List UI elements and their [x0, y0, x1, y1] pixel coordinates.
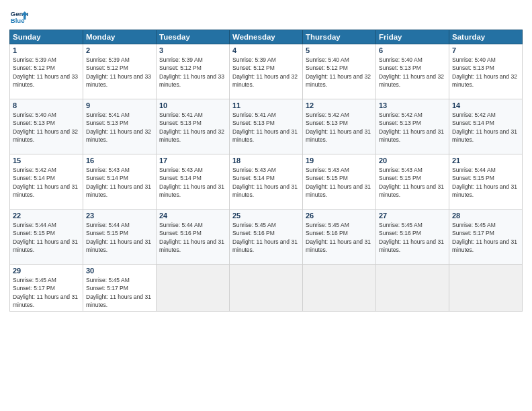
calendar-week-row: 15Sunrise: 5:42 AMSunset: 5:14 PMDayligh…: [10, 154, 523, 210]
calendar-cell: 29Sunrise: 5:45 AMSunset: 5:17 PMDayligh…: [10, 265, 83, 312]
calendar-cell: [157, 265, 230, 312]
calendar-cell: 8Sunrise: 5:40 AMSunset: 5:13 PMDaylight…: [10, 99, 83, 154]
day-number: 29: [13, 267, 80, 275]
day-number: 20: [379, 156, 446, 165]
calendar-week-row: 29Sunrise: 5:45 AMSunset: 5:17 PMDayligh…: [10, 265, 523, 312]
day-info: Sunrise: 5:43 AMSunset: 5:15 PMDaylight:…: [379, 166, 446, 199]
day-number: 21: [452, 156, 519, 165]
calendar-cell: 12Sunrise: 5:42 AMSunset: 5:13 PMDayligh…: [303, 99, 376, 154]
day-info: Sunrise: 5:45 AMSunset: 5:16 PMDaylight:…: [306, 221, 373, 254]
day-number: 23: [86, 212, 153, 220]
day-number: 11: [232, 101, 300, 109]
day-number: 17: [159, 156, 226, 165]
day-number: 6: [379, 46, 446, 54]
day-number: 12: [306, 101, 373, 109]
day-number: 27: [379, 212, 446, 220]
calendar-cell: 7Sunrise: 5:40 AMSunset: 5:13 PMDaylight…: [449, 44, 523, 99]
calendar-cell: [303, 265, 376, 312]
day-number: 26: [306, 212, 373, 220]
calendar-cell: 27Sunrise: 5:45 AMSunset: 5:16 PMDayligh…: [376, 210, 449, 265]
calendar-cell: 9Sunrise: 5:41 AMSunset: 5:13 PMDaylight…: [83, 99, 157, 154]
header: General Blue: [9, 7, 523, 26]
day-info: Sunrise: 5:45 AMSunset: 5:16 PMDaylight:…: [379, 221, 446, 254]
weekday-header-saturday: Saturday: [449, 30, 523, 44]
calendar-week-row: 1Sunrise: 5:39 AMSunset: 5:12 PMDaylight…: [10, 44, 523, 99]
calendar-cell: 17Sunrise: 5:43 AMSunset: 5:14 PMDayligh…: [157, 154, 230, 210]
weekday-header-monday: Monday: [83, 30, 157, 44]
day-number: 9: [86, 101, 153, 109]
day-number: 30: [86, 267, 153, 275]
day-info: Sunrise: 5:39 AMSunset: 5:12 PMDaylight:…: [13, 56, 80, 89]
day-info: Sunrise: 5:41 AMSunset: 5:13 PMDaylight:…: [232, 111, 300, 144]
day-number: 24: [159, 212, 226, 220]
calendar-week-row: 22Sunrise: 5:44 AMSunset: 5:15 PMDayligh…: [10, 210, 523, 265]
day-info: Sunrise: 5:45 AMSunset: 5:17 PMDaylight:…: [86, 276, 153, 309]
day-number: 25: [232, 212, 300, 220]
day-info: Sunrise: 5:44 AMSunset: 5:16 PMDaylight:…: [159, 221, 226, 254]
calendar-cell: 20Sunrise: 5:43 AMSunset: 5:15 PMDayligh…: [376, 154, 449, 210]
day-info: Sunrise: 5:39 AMSunset: 5:12 PMDaylight:…: [86, 56, 153, 89]
day-number: 8: [13, 101, 80, 109]
calendar-cell: 19Sunrise: 5:43 AMSunset: 5:15 PMDayligh…: [303, 154, 376, 210]
day-number: 28: [452, 212, 519, 220]
day-number: 2: [86, 46, 153, 54]
weekday-header-thursday: Thursday: [303, 30, 376, 44]
calendar-cell: 11Sunrise: 5:41 AMSunset: 5:13 PMDayligh…: [230, 99, 303, 154]
day-number: 7: [452, 46, 519, 54]
day-info: Sunrise: 5:40 AMSunset: 5:12 PMDaylight:…: [306, 56, 373, 89]
calendar-cell: 28Sunrise: 5:45 AMSunset: 5:17 PMDayligh…: [449, 210, 523, 265]
day-info: Sunrise: 5:42 AMSunset: 5:13 PMDaylight:…: [306, 111, 373, 144]
day-number: 22: [13, 212, 80, 220]
day-number: 3: [159, 46, 226, 54]
weekday-header-wednesday: Wednesday: [230, 30, 303, 44]
day-number: 4: [232, 46, 300, 54]
day-info: Sunrise: 5:45 AMSunset: 5:16 PMDaylight:…: [232, 221, 300, 254]
day-info: Sunrise: 5:40 AMSunset: 5:13 PMDaylight:…: [379, 56, 446, 89]
weekday-header-friday: Friday: [376, 30, 449, 44]
day-info: Sunrise: 5:40 AMSunset: 5:13 PMDaylight:…: [452, 56, 519, 89]
calendar-cell: 24Sunrise: 5:44 AMSunset: 5:16 PMDayligh…: [157, 210, 230, 265]
day-info: Sunrise: 5:42 AMSunset: 5:14 PMDaylight:…: [13, 166, 80, 199]
day-info: Sunrise: 5:43 AMSunset: 5:14 PMDaylight:…: [159, 166, 226, 199]
day-number: 10: [159, 101, 226, 109]
calendar-cell: 26Sunrise: 5:45 AMSunset: 5:16 PMDayligh…: [303, 210, 376, 265]
weekday-header-tuesday: Tuesday: [157, 30, 230, 44]
logo-icon: General Blue: [9, 7, 28, 26]
logo: General Blue: [9, 7, 28, 26]
day-info: Sunrise: 5:43 AMSunset: 5:14 PMDaylight:…: [86, 166, 153, 199]
calendar-cell: 3Sunrise: 5:39 AMSunset: 5:12 PMDaylight…: [157, 44, 230, 99]
calendar-cell: 16Sunrise: 5:43 AMSunset: 5:14 PMDayligh…: [83, 154, 157, 210]
calendar-cell: 10Sunrise: 5:41 AMSunset: 5:13 PMDayligh…: [157, 99, 230, 154]
day-number: 14: [452, 101, 519, 109]
day-info: Sunrise: 5:45 AMSunset: 5:17 PMDaylight:…: [452, 221, 519, 254]
day-number: 16: [86, 156, 153, 165]
day-info: Sunrise: 5:42 AMSunset: 5:14 PMDaylight:…: [452, 111, 519, 144]
calendar-week-row: 8Sunrise: 5:40 AMSunset: 5:13 PMDaylight…: [10, 99, 523, 154]
weekday-header-row: SundayMondayTuesdayWednesdayThursdayFrid…: [10, 30, 523, 44]
weekday-header-sunday: Sunday: [10, 30, 83, 44]
calendar-cell: 1Sunrise: 5:39 AMSunset: 5:12 PMDaylight…: [10, 44, 83, 99]
day-info: Sunrise: 5:42 AMSunset: 5:13 PMDaylight:…: [379, 111, 446, 144]
day-number: 1: [13, 46, 80, 54]
calendar-cell: 21Sunrise: 5:44 AMSunset: 5:15 PMDayligh…: [449, 154, 523, 210]
calendar-cell: 22Sunrise: 5:44 AMSunset: 5:15 PMDayligh…: [10, 210, 83, 265]
day-info: Sunrise: 5:43 AMSunset: 5:15 PMDaylight:…: [306, 166, 373, 199]
calendar-cell: 30Sunrise: 5:45 AMSunset: 5:17 PMDayligh…: [83, 265, 157, 312]
day-info: Sunrise: 5:44 AMSunset: 5:15 PMDaylight:…: [452, 166, 519, 199]
calendar-cell: 6Sunrise: 5:40 AMSunset: 5:13 PMDaylight…: [376, 44, 449, 99]
day-info: Sunrise: 5:40 AMSunset: 5:13 PMDaylight:…: [13, 111, 80, 144]
calendar-cell: [449, 265, 523, 312]
calendar-cell: 23Sunrise: 5:44 AMSunset: 5:15 PMDayligh…: [83, 210, 157, 265]
calendar-cell: 5Sunrise: 5:40 AMSunset: 5:12 PMDaylight…: [303, 44, 376, 99]
day-number: 5: [306, 46, 373, 54]
calendar-cell: 4Sunrise: 5:39 AMSunset: 5:12 PMDaylight…: [230, 44, 303, 99]
calendar-cell: [376, 265, 449, 312]
day-number: 15: [13, 156, 80, 165]
calendar-cell: 25Sunrise: 5:45 AMSunset: 5:16 PMDayligh…: [230, 210, 303, 265]
svg-text:Blue: Blue: [11, 17, 25, 24]
day-info: Sunrise: 5:41 AMSunset: 5:13 PMDaylight:…: [159, 111, 226, 144]
day-info: Sunrise: 5:45 AMSunset: 5:17 PMDaylight:…: [13, 276, 80, 309]
calendar-cell: 18Sunrise: 5:43 AMSunset: 5:14 PMDayligh…: [230, 154, 303, 210]
calendar-page: General Blue SundayMondayTuesdayWednesda…: [0, 0, 532, 411]
calendar-cell: 13Sunrise: 5:42 AMSunset: 5:13 PMDayligh…: [376, 99, 449, 154]
